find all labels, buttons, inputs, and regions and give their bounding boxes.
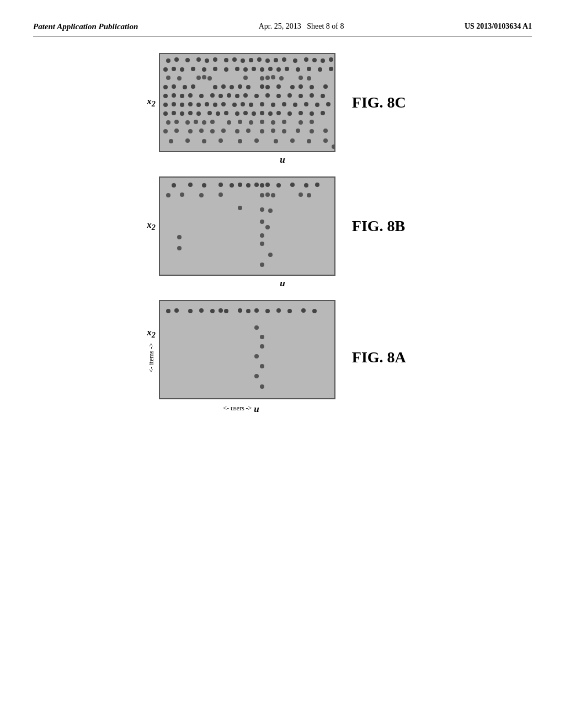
figure-8a-y-label: x2 [147, 327, 156, 340]
svg-point-187 [260, 242, 264, 246]
svg-point-143 [296, 129, 300, 133]
svg-point-37 [166, 76, 170, 80]
svg-point-88 [213, 103, 217, 107]
svg-point-58 [260, 84, 264, 89]
svg-point-64 [323, 84, 328, 89]
svg-point-43 [260, 76, 264, 81]
svg-point-113 [276, 111, 281, 115]
svg-point-110 [252, 111, 256, 116]
svg-point-205 [312, 309, 317, 313]
svg-point-16 [312, 58, 317, 62]
figure-8c-plot-area: x2 [147, 53, 335, 152]
svg-point-161 [230, 183, 234, 188]
svg-point-57 [246, 85, 250, 89]
svg-point-155 [323, 138, 328, 143]
svg-point-122 [202, 120, 206, 125]
figure-8b-plot [159, 176, 335, 276]
svg-point-83 [172, 102, 176, 106]
svg-point-34 [307, 67, 311, 71]
svg-point-17 [321, 58, 325, 63]
svg-point-118 [166, 120, 170, 125]
svg-point-144 [310, 129, 314, 133]
figure-8a-items-label: <- items -> [147, 343, 156, 373]
svg-point-42 [243, 76, 248, 80]
svg-point-5 [213, 57, 217, 62]
svg-point-167 [276, 183, 281, 188]
svg-point-12 [274, 58, 278, 62]
figure-8c-y-label: x2 [147, 96, 156, 109]
svg-point-80 [310, 93, 314, 98]
svg-point-111 [260, 111, 264, 115]
svg-point-133 [174, 129, 179, 133]
svg-point-67 [180, 94, 184, 98]
svg-point-197 [224, 309, 228, 313]
svg-point-85 [188, 102, 193, 106]
figure-8a-users-label: <- users -> [223, 404, 252, 413]
svg-point-109 [243, 111, 248, 115]
svg-point-202 [276, 308, 281, 313]
svg-point-178 [299, 192, 303, 197]
header-publication-title: Patent Application Publication [33, 22, 138, 31]
svg-point-148 [202, 139, 206, 143]
svg-point-198 [238, 308, 242, 313]
svg-point-66 [172, 93, 176, 98]
svg-point-25 [224, 67, 228, 72]
svg-point-18 [329, 57, 333, 62]
svg-point-11 [265, 58, 270, 63]
svg-point-108 [235, 111, 239, 116]
svg-point-172 [180, 192, 184, 197]
svg-point-114 [287, 111, 292, 116]
svg-point-136 [210, 129, 215, 133]
svg-point-151 [254, 138, 259, 143]
svg-point-126 [249, 120, 253, 125]
svg-point-29 [260, 67, 264, 72]
svg-point-212 [260, 384, 264, 389]
svg-point-196 [218, 308, 223, 313]
svg-point-180 [238, 206, 242, 210]
svg-point-127 [260, 120, 264, 124]
svg-point-206 [254, 325, 259, 330]
svg-point-203 [287, 309, 292, 313]
svg-point-104 [196, 111, 201, 116]
svg-point-19 [163, 67, 168, 72]
svg-point-0 [166, 58, 170, 63]
svg-point-207 [260, 335, 264, 339]
svg-point-169 [304, 183, 308, 188]
svg-point-2 [185, 58, 190, 62]
header-date-sheet: Apr. 25, 2013 Sheet 8 of 8 [259, 22, 344, 31]
svg-point-94 [271, 103, 275, 107]
svg-point-194 [199, 308, 204, 313]
svg-point-39 [196, 76, 201, 80]
header-date: Apr. 25, 2013 [259, 22, 301, 30]
svg-point-81 [321, 94, 325, 98]
svg-point-124 [227, 120, 231, 125]
svg-point-28 [252, 67, 256, 71]
main-content: x2 [33, 53, 532, 426]
header: Patent Application Publication Apr. 25, … [33, 22, 532, 36]
figure-8a-section: x2 <- items -> [33, 300, 532, 415]
svg-point-31 [276, 67, 281, 72]
svg-point-59 [265, 85, 270, 89]
svg-point-137 [221, 129, 226, 133]
svg-point-24 [213, 67, 217, 71]
svg-point-145 [323, 129, 328, 133]
svg-point-23 [202, 67, 206, 72]
svg-point-115 [299, 111, 303, 115]
svg-point-89 [221, 102, 226, 106]
svg-point-86 [196, 103, 201, 107]
figure-8a-x-label: u [254, 404, 259, 415]
svg-point-3 [196, 57, 201, 62]
svg-point-71 [218, 94, 223, 98]
svg-point-105 [207, 111, 212, 115]
svg-point-9 [249, 58, 253, 62]
svg-point-138 [235, 129, 239, 133]
svg-point-53 [213, 85, 217, 89]
svg-point-158 [188, 183, 193, 187]
svg-point-141 [271, 129, 275, 133]
figure-8c-section: x2 [33, 53, 532, 165]
svg-point-190 [260, 263, 264, 267]
svg-point-33 [296, 67, 300, 72]
svg-point-55 [230, 85, 234, 89]
svg-point-116 [310, 111, 314, 116]
figure-8c-row: x2 [33, 53, 532, 152]
